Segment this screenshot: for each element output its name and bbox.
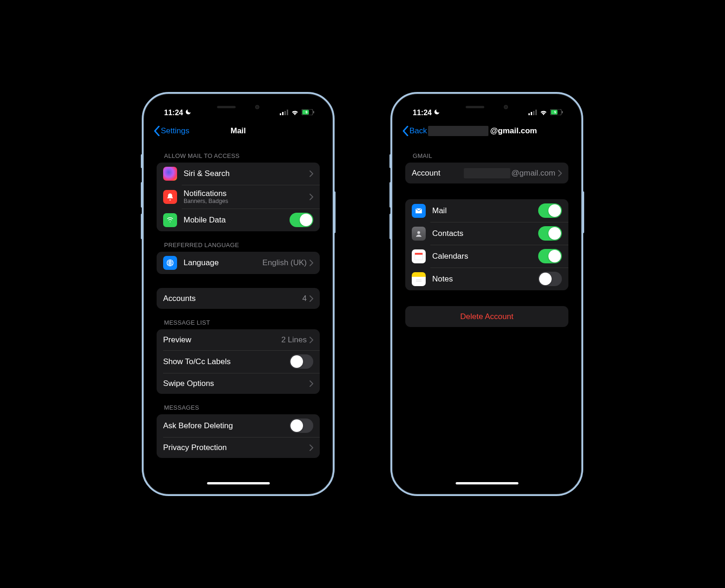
nav-bar: Back @gmail.com [399, 121, 575, 142]
row-accounts[interactable]: Accounts 4 [157, 288, 320, 309]
cellular-icon [528, 109, 537, 117]
contacts-toggle[interactable] [538, 226, 562, 241]
chevron-right-icon [310, 170, 313, 177]
svg-rect-10 [533, 111, 534, 115]
side-button-silence [389, 154, 391, 168]
battery-icon [550, 109, 563, 117]
home-indicator[interactable] [455, 482, 518, 484]
svg-rect-8 [528, 113, 530, 115]
back-button[interactable]: Back [402, 126, 427, 136]
svg-rect-17 [415, 255, 423, 260]
chevron-right-icon [310, 337, 313, 343]
row-label: Privacy Protection [163, 443, 310, 452]
nav-bar: Settings Mail [150, 121, 326, 142]
svg-rect-2 [284, 111, 286, 115]
row-notes-service: Notes [405, 268, 568, 290]
group-message-list: Preview 2 Lines Show To/Cc Labels Swipe … [157, 329, 320, 394]
row-label: Ask Before Deleting [163, 421, 290, 431]
row-label: Show To/Cc Labels [163, 357, 290, 366]
svg-rect-3 [287, 110, 288, 115]
wifi-icon [291, 109, 299, 117]
focus-moon-icon [185, 109, 191, 117]
row-preview[interactable]: Preview 2 Lines [157, 329, 320, 350]
svg-rect-9 [531, 112, 532, 115]
row-value: 4 [303, 294, 307, 303]
row-label: Mobile Data [184, 216, 290, 225]
ask-before-deleting-toggle[interactable] [290, 418, 313, 433]
row-label: Siri & Search [184, 169, 310, 178]
svg-rect-1 [282, 112, 283, 115]
siri-icon [163, 167, 177, 181]
notifications-icon [163, 190, 177, 204]
page-title-suffix: @gmail.com [490, 126, 537, 136]
section-header-message-list: Message List [157, 309, 320, 329]
row-swipe-options[interactable]: Swipe Options [157, 373, 320, 394]
redacted-text [464, 168, 510, 178]
row-label: Swipe Options [163, 379, 310, 388]
row-language[interactable]: Language English (UK) [157, 252, 320, 274]
group-delete: Delete Account [405, 306, 568, 327]
side-button-vol-up [389, 182, 391, 208]
section-header-preferred-language: Preferred Language [157, 231, 320, 252]
row-label: Calendars [432, 252, 538, 261]
side-button-silence [141, 154, 143, 168]
notch [204, 100, 273, 113]
group-accounts: Accounts 4 [157, 288, 320, 309]
row-value: 2 Lines [281, 335, 307, 345]
chevron-right-icon [310, 444, 313, 451]
show-tocc-toggle[interactable] [290, 354, 313, 369]
home-indicator[interactable] [207, 482, 270, 484]
row-notifications[interactable]: Notifications Banners, Badges [157, 185, 320, 209]
redacted-text [428, 126, 488, 136]
row-label: Mail [432, 206, 538, 216]
back-label: Settings [161, 126, 189, 136]
row-mail-service: Mail [405, 199, 568, 222]
side-button-vol-down [389, 214, 391, 239]
calendars-toggle[interactable] [538, 249, 562, 263]
row-value: English (UK) [263, 258, 307, 268]
chevron-right-icon [310, 295, 313, 302]
delete-account-button[interactable]: Delete Account [405, 306, 568, 327]
calendar-icon [412, 249, 426, 263]
row-ask-before-deleting: Ask Before Deleting [157, 414, 320, 437]
row-label: Contacts [432, 229, 538, 238]
row-siri-search[interactable]: Siri & Search [157, 163, 320, 185]
contacts-icon [412, 227, 426, 241]
svg-rect-14 [562, 111, 563, 113]
back-label: Back [409, 126, 427, 136]
section-header-allow-access: Allow Mail to Access [157, 142, 320, 163]
group-allow-access: Siri & Search Notifications Banners, Bad… [157, 163, 320, 231]
row-sublabel: Banners, Badges [184, 198, 310, 204]
chevron-left-icon [402, 126, 409, 136]
side-button-power [334, 191, 336, 233]
mobile-data-toggle[interactable] [290, 213, 313, 227]
row-label: Account [412, 169, 464, 178]
focus-moon-icon [434, 109, 440, 117]
status-time: 11:24 [164, 109, 183, 117]
side-button-power [582, 191, 584, 233]
mail-toggle[interactable] [538, 203, 562, 218]
row-label: Notifications [184, 189, 310, 198]
notes-toggle[interactable] [538, 272, 562, 286]
mobile-data-icon [163, 213, 177, 227]
globe-icon [163, 256, 177, 270]
row-calendars-service: Calendars [405, 245, 568, 268]
chevron-right-icon [310, 260, 313, 266]
cellular-icon [280, 109, 288, 117]
back-button[interactable]: Settings [154, 126, 189, 136]
row-privacy-protection[interactable]: Privacy Protection [157, 437, 320, 458]
row-contacts-service: Contacts [405, 222, 568, 245]
group-messages: Ask Before Deleting Privacy Protection [157, 414, 320, 458]
svg-rect-16 [415, 253, 423, 255]
side-button-vol-down [141, 214, 143, 239]
battery-icon [302, 109, 314, 117]
page-title: @gmail.com [428, 126, 570, 136]
row-label: Accounts [163, 294, 303, 303]
section-header-gmail: Gmail [405, 142, 568, 163]
delete-account-label: Delete Account [460, 312, 513, 321]
row-label: Notes [432, 274, 538, 284]
row-account[interactable]: Account @gmail.com [405, 163, 568, 183]
notes-icon [412, 272, 426, 286]
wifi-icon [540, 109, 547, 117]
svg-point-15 [417, 231, 420, 234]
